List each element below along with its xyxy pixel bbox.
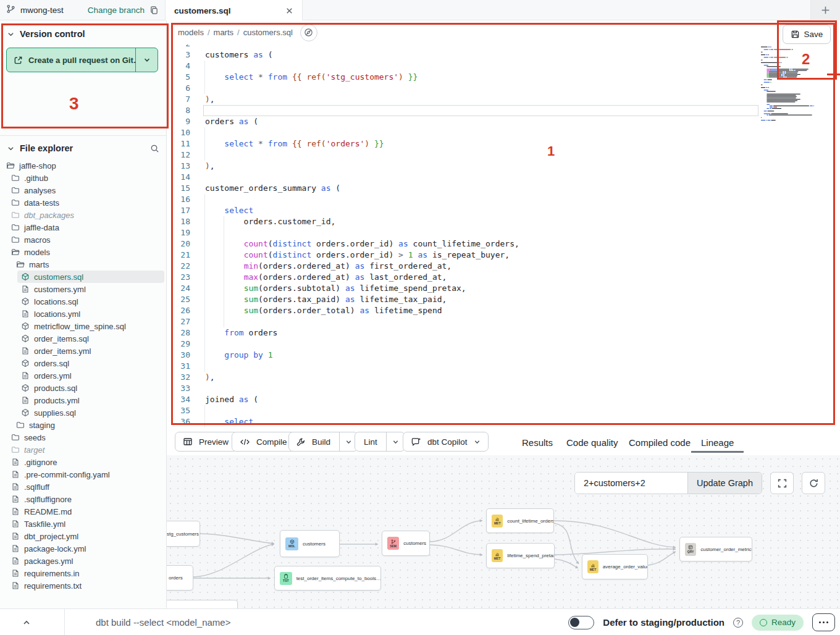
tree-folder[interactable]: jaffle-data <box>7 221 164 233</box>
code-line[interactable]: 6 <box>167 83 840 94</box>
search-icon[interactable] <box>150 144 159 153</box>
tree-file[interactable]: locations.sql <box>17 295 164 308</box>
code-line[interactable]: 26 sum(orders.order_total) as lifetime_s… <box>167 305 840 316</box>
code-editor[interactable]: 23customers as (45 select * from {{ ref(… <box>167 44 840 429</box>
defer-toggle[interactable] <box>568 616 594 629</box>
tree-file[interactable]: .sqlfluffignore <box>7 493 164 505</box>
tree-folder[interactable]: models <box>7 246 164 258</box>
tree-file[interactable]: locations.yml <box>17 308 164 320</box>
pr-dropdown-caret[interactable] <box>136 48 158 72</box>
tree-file[interactable]: .sqlfluff <box>7 481 164 493</box>
help-icon[interactable]: ? <box>733 618 743 628</box>
compile-button[interactable]: Compile <box>232 432 296 452</box>
code-line[interactable]: 8 <box>167 105 840 116</box>
code-line[interactable]: 16 <box>167 194 840 205</box>
tab-code-quality[interactable]: Code quality <box>566 429 618 455</box>
preview-button[interactable]: Preview <box>175 432 238 452</box>
code-line[interactable]: 10 <box>167 127 840 138</box>
code-line[interactable]: 15customer_orders_summary as ( <box>167 183 840 194</box>
code-line[interactable]: 22 min(orders.ordered_at) as first_order… <box>167 261 840 272</box>
lint-dropdown-caret[interactable] <box>386 432 405 451</box>
code-line[interactable]: 19 <box>167 227 840 238</box>
command-expand-button[interactable] <box>0 609 65 635</box>
code-line[interactable]: 25 sum(orders.tax_paid) as lifetime_tax_… <box>167 294 840 305</box>
code-line[interactable]: 12 <box>167 149 840 161</box>
tree-file[interactable]: .pre-commit-config.yaml <box>7 468 164 481</box>
code-line[interactable]: 4 <box>167 61 840 72</box>
tree-folder[interactable]: seeds <box>7 431 164 444</box>
tree-folder[interactable]: target <box>7 444 164 456</box>
lineage-node-average_order_value[interactable]: METaverage_order_value <box>582 554 648 579</box>
tree-folder[interactable]: .github <box>7 172 164 184</box>
tree-folder[interactable]: staging <box>12 419 164 431</box>
tree-file[interactable]: Taskfile.yml <box>7 518 164 530</box>
code-line[interactable]: 36 select <box>167 416 840 427</box>
code-line[interactable]: 27 <box>167 316 840 327</box>
tree-file[interactable]: dbt_project.yml <box>7 530 164 542</box>
create-pr-button[interactable]: Create a pull request on Git… <box>6 48 158 72</box>
code-line[interactable]: 29 <box>167 339 840 350</box>
tree-file[interactable]: products.sql <box>17 382 164 394</box>
code-line[interactable]: 21 count(distinct orders.order_id) > 1 a… <box>167 250 840 261</box>
code-line[interactable]: 5 select * from {{ ref('stg_customers') … <box>167 72 840 83</box>
code-line[interactable]: 18 orders.customer_id, <box>167 216 840 227</box>
tree-file[interactable]: products.yml <box>17 394 164 406</box>
code-line[interactable]: 14 <box>167 172 840 183</box>
fullscreen-button[interactable] <box>770 472 794 494</box>
tree-file[interactable]: orders.sql <box>17 357 164 369</box>
code-line[interactable]: 28 from orders <box>167 327 840 339</box>
tree-folder[interactable]: jaffle-shop <box>2 159 164 172</box>
dbt-copilot-button[interactable]: dbt Copilot <box>403 432 489 452</box>
tab-customers-sql[interactable]: customers.sql <box>166 0 303 21</box>
lineage-node-count_lifetime_orders[interactable]: METcount_lifetime_orders <box>486 508 554 533</box>
lineage-node-customer_order_metrics[interactable]: QRYcustomer_order_metrics <box>679 537 752 561</box>
refresh-button[interactable] <box>802 472 825 494</box>
change-branch-link[interactable]: Change branch <box>88 6 145 15</box>
version-control-header[interactable]: Version control <box>0 20 166 45</box>
tab-compiled-code[interactable]: Compiled code <box>629 429 691 455</box>
new-tab-button[interactable] <box>810 0 840 20</box>
lineage-node-stg_customers[interactable]: stg_customers <box>167 521 200 547</box>
code-line[interactable]: 20 count(distinct orders.order_id) as co… <box>167 238 840 250</box>
code-line[interactable]: 31 <box>167 361 840 372</box>
code-line[interactable]: 32), <box>167 372 840 383</box>
docs-icon[interactable] <box>300 24 317 41</box>
tree-file[interactable]: packages.yml <box>7 555 164 567</box>
code-line[interactable]: 17 select <box>167 205 840 216</box>
tree-folder[interactable]: macros <box>7 233 164 246</box>
code-line[interactable]: 7), <box>167 94 840 105</box>
build-button[interactable]: Build <box>288 432 358 452</box>
code-line[interactable]: 3customers as ( <box>167 49 840 61</box>
tree-file[interactable]: requirements.txt <box>7 579 164 592</box>
lineage-node-partial_node[interactable] <box>167 600 238 608</box>
lineage-node-lifetime_spend_pretax[interactable]: METlifetime_spend_pretax <box>486 543 555 568</box>
tree-folder[interactable]: data-tests <box>7 196 164 209</box>
minimap[interactable] <box>761 44 814 122</box>
tree-file[interactable]: supplies.sql <box>17 406 164 419</box>
tab-lineage[interactable]: Lineage <box>701 429 734 455</box>
copy-icon[interactable] <box>149 6 159 15</box>
tab-results[interactable]: Results <box>522 429 553 455</box>
tree-file[interactable]: customers.sql <box>17 271 164 283</box>
file-explorer-header[interactable]: File explorer <box>0 136 167 158</box>
command-input[interactable]: dbt build --select <model_name> <box>96 609 230 635</box>
code-line[interactable]: 35 <box>167 405 840 416</box>
code-line[interactable]: 33 <box>167 383 840 394</box>
tree-file[interactable]: metricflow_time_spine.sql <box>17 320 164 332</box>
code-line[interactable]: 34joined as ( <box>167 394 840 405</box>
code-line[interactable]: 13), <box>167 161 840 172</box>
code-line[interactable]: 30 group by 1 <box>167 350 840 361</box>
tree-file[interactable]: requirements.in <box>7 567 164 579</box>
tree-folder[interactable]: analyses <box>7 184 164 196</box>
tree-file[interactable]: orders.yml <box>17 369 164 382</box>
lineage-search-input[interactable] <box>575 473 687 494</box>
tree-file[interactable]: customers.yml <box>17 283 164 295</box>
tree-file[interactable]: .gitignore <box>7 456 164 468</box>
more-options-button[interactable] <box>812 613 835 631</box>
lineage-node-customers_sem[interactable]: SEMcustomers <box>382 531 430 556</box>
save-button[interactable]: Save <box>783 25 831 44</box>
update-graph-button[interactable]: Update Graph <box>687 473 762 494</box>
lineage-node-orders[interactable]: orders <box>167 565 193 591</box>
tree-file[interactable]: README.md <box>7 505 164 518</box>
code-line[interactable]: 24 sum(orders.subtotal) as lifetime_spen… <box>167 283 840 294</box>
